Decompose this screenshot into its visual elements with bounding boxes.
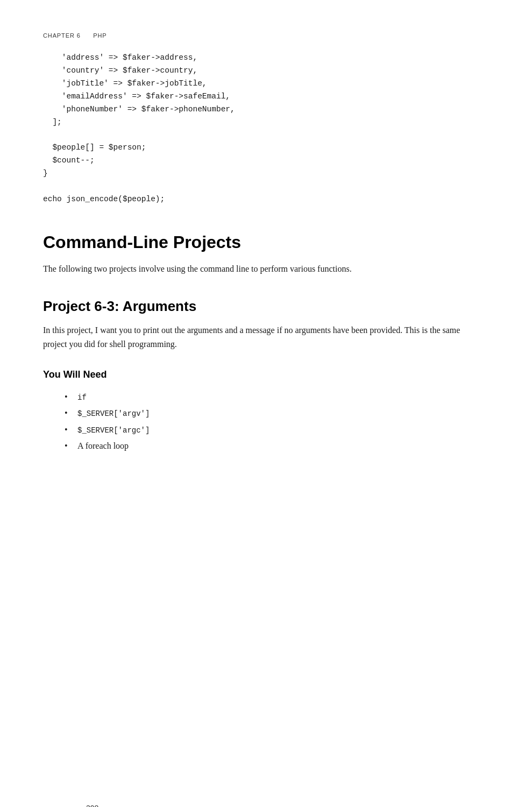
list-item: if <box>65 389 489 405</box>
section-label: PHP <box>93 32 107 39</box>
section-intro: The following two projects involve using… <box>43 262 484 276</box>
list-item: $_SERVER['argc'] <box>65 422 489 438</box>
project-title: Project 6-3: Arguments <box>43 298 489 315</box>
chapter-header: CHAPTER 6 PHP <box>43 32 489 39</box>
list-item: A foreach loop <box>65 438 489 454</box>
list-item-text: $_SERVER['argv'] <box>77 409 150 418</box>
project-description: In this project, I want you to print out… <box>43 323 484 352</box>
section-title: Command-Line Projects <box>43 232 489 252</box>
you-will-need-list: if $_SERVER['argv'] $_SERVER['argc'] A f… <box>65 389 489 455</box>
list-item-text: if <box>77 393 87 402</box>
list-item-text: $_SERVER['argc'] <box>77 426 150 435</box>
you-will-need-heading: You Will Need <box>43 369 489 380</box>
page-number: 398 <box>86 804 98 807</box>
list-item: $_SERVER['argv'] <box>65 405 489 421</box>
chapter-label: CHAPTER 6 <box>43 32 81 39</box>
list-item-text: A foreach loop <box>77 441 129 450</box>
code-block: 'address' => $faker->address, 'country' … <box>43 52 489 206</box>
